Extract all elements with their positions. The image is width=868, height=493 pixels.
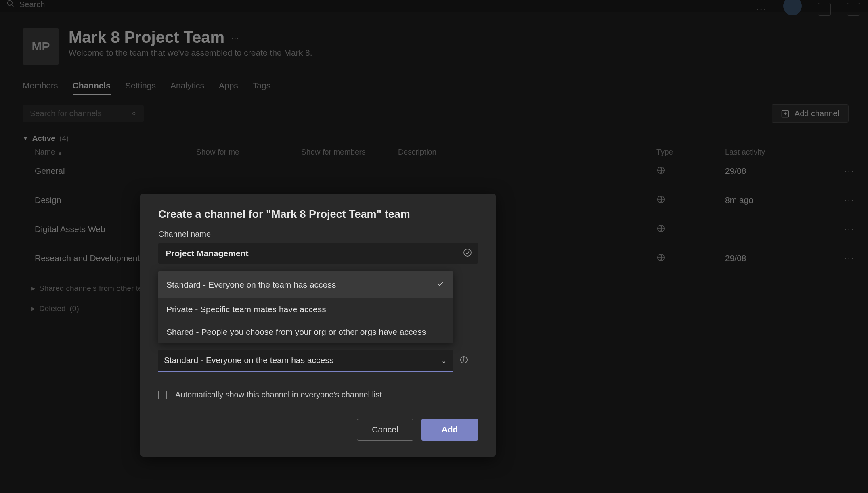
channel-type-select[interactable]: Standard - Everyone on the team has acce… bbox=[158, 350, 453, 372]
svg-point-11 bbox=[464, 249, 471, 256]
auto-show-checkbox-row[interactable]: Automatically show this channel in every… bbox=[158, 390, 478, 399]
option-private[interactable]: Private - Specific team mates have acces… bbox=[158, 298, 453, 321]
option-label: Standard - Everyone on the team has acce… bbox=[166, 280, 336, 290]
check-icon bbox=[436, 279, 445, 290]
channel-name-input[interactable] bbox=[158, 243, 478, 264]
info-icon[interactable] bbox=[459, 355, 468, 366]
svg-point-14 bbox=[463, 358, 464, 358]
create-channel-modal: Create a channel for "Mark 8 Project Tea… bbox=[140, 194, 496, 457]
checkbox-icon[interactable] bbox=[158, 391, 167, 399]
channel-type-listbox: Standard - Everyone on the team has acce… bbox=[158, 271, 453, 343]
checkmark-circle-icon bbox=[463, 248, 472, 259]
option-label: Shared - People you choose from your org… bbox=[166, 327, 426, 337]
add-button[interactable]: Add bbox=[421, 419, 478, 441]
option-shared[interactable]: Shared - People you choose from your org… bbox=[158, 321, 453, 343]
modal-actions: Cancel Add bbox=[158, 419, 478, 441]
option-label: Private - Specific team mates have acces… bbox=[166, 305, 326, 314]
chevron-down-icon: ⌄ bbox=[441, 357, 447, 365]
cancel-button[interactable]: Cancel bbox=[357, 419, 413, 441]
channel-type-value: Standard - Everyone on the team has acce… bbox=[164, 355, 333, 365]
option-standard[interactable]: Standard - Everyone on the team has acce… bbox=[158, 271, 453, 298]
channel-name-label: Channel name bbox=[158, 230, 478, 239]
auto-show-label: Automatically show this channel in every… bbox=[175, 390, 382, 399]
modal-title: Create a channel for "Mark 8 Project Tea… bbox=[158, 208, 478, 221]
